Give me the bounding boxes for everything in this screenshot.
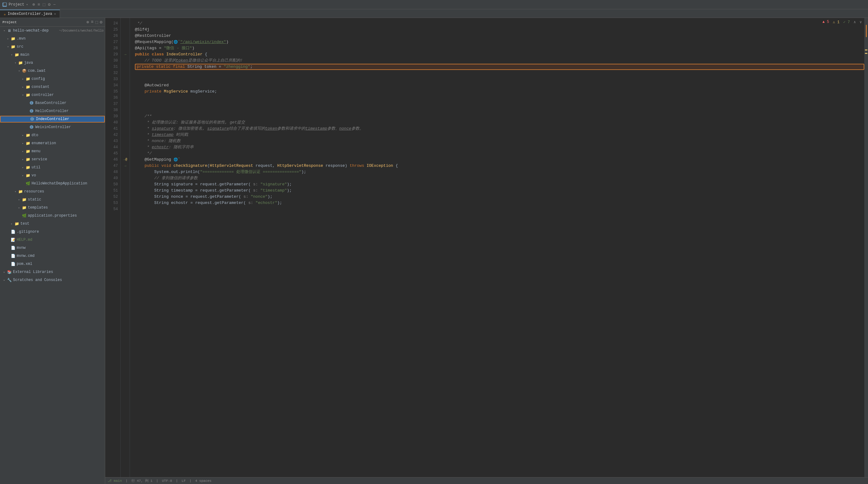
var-52: nonce = request.getParameter( xyxy=(171,194,241,200)
tree-item-dto[interactable]: 📁 dto xyxy=(0,131,105,139)
project-folder-icon: 🖥 xyxy=(7,28,12,33)
code-content[interactable]: */ @Slf4j @RestController @RequestMappin… xyxy=(130,18,864,477)
type-47b: HttpServletResponse xyxy=(277,163,323,169)
var-50: signature = request.getParameter( xyxy=(171,181,251,187)
item-label-service: service xyxy=(32,157,104,161)
tree-item-appprops[interactable]: 🌿 application.properties xyxy=(0,212,105,220)
gutter-40 xyxy=(121,119,130,126)
gutter-30 xyxy=(121,58,130,64)
project-icon: ⬛ xyxy=(2,2,7,7)
arrow-src xyxy=(6,45,10,49)
right-scrollbar[interactable] xyxy=(864,18,868,477)
sidebar-icon-3[interactable]: ⬚ xyxy=(95,20,98,25)
globe-icon-46: 🌐 xyxy=(174,157,178,163)
line-num-36: 36 xyxy=(105,95,120,101)
tab-indexcontroller[interactable]: ☕ IndexController.java ✕ xyxy=(0,9,60,18)
globe-icon-27: 🌐 xyxy=(174,39,178,45)
arrow-controller xyxy=(21,93,25,97)
arrow-mvnw xyxy=(6,246,10,250)
tree-item-vo[interactable]: 📁 vo xyxy=(0,172,105,180)
code-comment-45: */ xyxy=(135,150,152,157)
tree-item-java[interactable]: 📁 java xyxy=(0,59,105,67)
title-dropdown[interactable]: ▾ xyxy=(26,3,28,6)
code-text-25: @Slf4j xyxy=(135,27,149,33)
main-layout: Project ⊕ ≡ ⬚ ⚙ 🖥 hello-wechat-dep ~/Doc… xyxy=(0,18,868,484)
project-label[interactable]: Project xyxy=(9,2,24,7)
tree-item-weixincontroller[interactable]: 🅒 WeixinController xyxy=(0,123,105,131)
line-num-46: 46 xyxy=(105,157,120,163)
file-icon-helpmd: 📝 xyxy=(10,237,16,242)
tree-item-mvnwcmd[interactable]: 📄 mvnw.cmd xyxy=(0,252,105,260)
code-token-41h: nonce xyxy=(339,126,351,132)
str-53: "echostr" xyxy=(255,200,277,206)
sidebar-icon-2[interactable]: ≡ xyxy=(91,20,93,25)
tree-item-hello-wechat-dep[interactable]: 🖥 hello-wechat-dep ~/Documents/wechat/he… xyxy=(0,27,105,35)
tab-close-button[interactable]: ✕ xyxy=(54,12,56,16)
method-47: checkSignature xyxy=(174,163,207,169)
tree-item-static[interactable]: 📁 static xyxy=(0,195,105,204)
folder-icon-main: 📁 xyxy=(14,52,19,57)
collapse-icon[interactable]: ∨ xyxy=(860,20,862,25)
tree-item-basecontroller[interactable]: 🅒 BaseController xyxy=(0,99,105,107)
tree-item-com-iwat[interactable]: 📦 com.iwat xyxy=(0,67,105,75)
folder-icon-enumeration: 📁 xyxy=(25,141,30,146)
tree-item-mvnw[interactable]: 📄 mvnw xyxy=(0,244,105,252)
tree-item-src[interactable]: 📁 src xyxy=(0,43,105,51)
gutter-area: → →@ → xyxy=(121,18,130,477)
line-num-48: 48 xyxy=(105,169,120,175)
tree-item-templates[interactable]: 📁 templates xyxy=(0,204,105,212)
scroll-thumb xyxy=(866,25,867,37)
gutter-42 xyxy=(121,132,130,138)
code-comment-41e: 参数和请求中的 xyxy=(277,126,305,132)
code-line-46: @GetMapping 🌐ˇ xyxy=(135,157,864,163)
gutter-47: → xyxy=(121,163,130,169)
tree-item-scratches[interactable]: 🔧 Scratches and Consoles xyxy=(0,276,105,284)
var-35: msgService; xyxy=(188,89,217,95)
tree-item-constant[interactable]: 📁 constant xyxy=(0,83,105,91)
title-bar-icons: ⊕ ≡ ⬚ ⚙ − xyxy=(32,2,56,7)
tree-item-helpmd[interactable]: 📝 HELP.md xyxy=(0,236,105,244)
tree-item-mvn[interactable]: 📁 .mvn xyxy=(0,35,105,43)
gutter-54 xyxy=(121,206,130,212)
tree-item-indexcontroller[interactable]: 🅒 IndexController xyxy=(0,115,105,123)
tree-item-helloapp[interactable]: 🌿 HelloWechatDepApplication xyxy=(0,180,105,187)
tree-item-resources[interactable]: 📁 resources xyxy=(0,187,105,195)
arrow-templates xyxy=(17,206,21,210)
warnings-bar: ▲ 5 ⚠ 1 ✓ 7 ∧ ∨ xyxy=(823,20,862,25)
tree-item-main[interactable]: 📁 main xyxy=(0,51,105,59)
expand-icon[interactable]: ∧ xyxy=(854,20,856,25)
code-text-26: @RestController xyxy=(135,33,171,39)
item-label-templates: templates xyxy=(28,206,104,210)
arrow-main xyxy=(10,53,13,57)
tree-item-enumeration[interactable]: 📁 enumeration xyxy=(0,139,105,147)
line-num-32: 32 xyxy=(105,70,120,76)
folder-icon-constant: 📁 xyxy=(25,85,30,89)
item-label-util: util xyxy=(32,165,104,170)
code-line-53: String echostr = request.getParameter( s… xyxy=(135,200,864,206)
tree-item-util[interactable]: 📁 util xyxy=(0,163,105,172)
tree-item-hellocontroller[interactable]: 🅒 HelloController xyxy=(0,107,105,115)
tree-item-menu[interactable]: 📁 menu xyxy=(0,147,105,155)
kw-private-31: private xyxy=(137,64,156,70)
kw-class-29: class xyxy=(152,51,166,58)
tree-item-gitignore[interactable]: 📄 .gitignore xyxy=(0,228,105,236)
sidebar-icon-1[interactable]: ⊕ xyxy=(86,20,89,25)
gutter-52 xyxy=(121,194,130,200)
gutter-44 xyxy=(121,144,130,150)
tree-item-test[interactable]: 📁 test xyxy=(0,220,105,228)
tree-item-controller[interactable]: 📁 controller xyxy=(0,91,105,99)
line-num-31: 31 xyxy=(105,64,120,70)
status-bar: ⎇ main | 行 47, 列 1 | UTF-8 | LF | 4 spac… xyxy=(105,477,868,484)
code-line-40: * 处理微信认证: 验证服务器地址的有效性, get提交 xyxy=(135,119,864,126)
tree-item-service[interactable]: 📁 service xyxy=(0,155,105,163)
tree-item-pomxml[interactable]: 📄 pom.xml xyxy=(0,260,105,268)
gutter-26 xyxy=(121,33,130,39)
tree-item-external-libraries[interactable]: 📚 External Libraries xyxy=(0,268,105,276)
gutter-35 xyxy=(121,89,130,95)
tree-item-config[interactable]: 📁 config xyxy=(0,75,105,83)
sidebar-icon-4[interactable]: ⚙ xyxy=(100,20,102,25)
code-str-28: "微信 - 接口" xyxy=(164,45,192,51)
code-comment-41a: * xyxy=(135,126,152,132)
gutter-28 xyxy=(121,45,130,51)
line-num-39: 39 xyxy=(105,113,120,119)
